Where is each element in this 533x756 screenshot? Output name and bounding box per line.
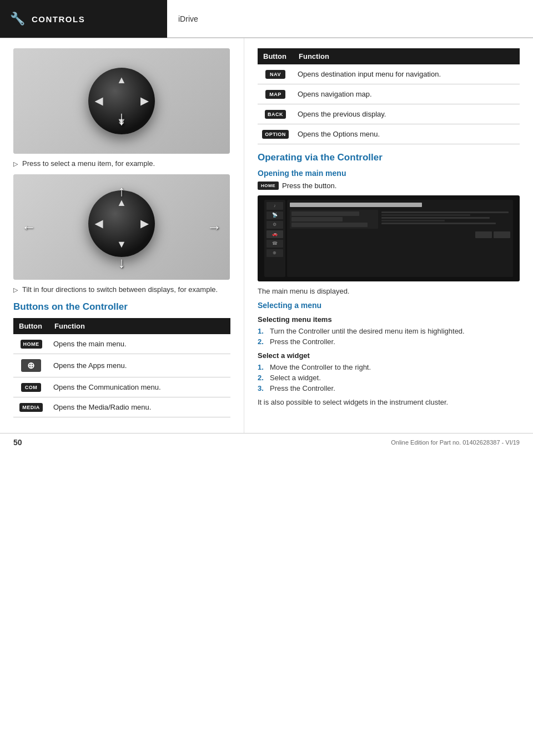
right-btn-cell-2: BACK — [258, 104, 293, 124]
left-table-row: ⊕Opens the Apps menu. — [13, 354, 230, 377]
home-badge-inline: HOME — [258, 182, 279, 190]
left-func-cell-1: Opens the Apps menu. — [49, 354, 230, 377]
right-table-row: BACKOpens the previous display. — [258, 104, 520, 124]
press-text: Press the button. — [282, 182, 336, 190]
right-table-row: OPTIONOpens the Options menu. — [258, 124, 520, 144]
selecting-heading: Selecting a menu — [258, 301, 520, 310]
press-line: HOME Press the button. — [258, 182, 520, 190]
left-col2-header: Function — [49, 318, 230, 334]
step-text-2: Press the Controller. — [270, 337, 335, 346]
footer-text: Online Edition for Part no. 01402628387 … — [391, 439, 520, 446]
main-content: ▲ ▼ ◀ ▶ ↓ ▷ Press to select a menu item,… — [0, 38, 533, 433]
left-func-cell-3: Opens the Media/Radio menu. — [49, 397, 230, 417]
right-func-cell-0: Opens destination input menu for navigat… — [293, 64, 520, 84]
main-menu-caption: The main menu is displayed. — [258, 287, 520, 295]
screen-row-4 — [291, 223, 368, 227]
controller-image-1: ▲ ▼ ◀ ▶ ↓ — [13, 48, 230, 154]
right-btn-badge-0: NAV — [265, 70, 285, 79]
selecting-items-heading: Selecting menu items — [258, 315, 520, 324]
screen-row-2 — [291, 211, 359, 216]
operating-heading: Operating via the Controller — [258, 152, 520, 163]
widget-num-2: 2. — [258, 374, 265, 382]
page-number: 50 — [13, 438, 22, 447]
right-button-table: Button Function NAVOpens destination inp… — [258, 48, 520, 144]
arrow-down-ext: ↓ — [118, 254, 125, 271]
screen-btn-2 — [494, 231, 510, 238]
sidebar-item-5: ☎ — [266, 240, 283, 248]
left-btn-cell-0: HOME — [13, 334, 49, 354]
btn-badge-3: MEDIA — [19, 403, 43, 412]
caption-1: ▷ Press to select a menu item, for examp… — [13, 159, 230, 168]
widget-num-1: 1. — [258, 363, 265, 371]
btn-badge-0: HOME — [21, 340, 42, 349]
step-num-2: 2. — [258, 337, 265, 346]
selecting-step-2: 2.Press the Controller. — [258, 337, 520, 346]
header-subtitle: iDrive — [178, 14, 198, 23]
right-func-cell-3: Opens the Options menu. — [293, 124, 520, 144]
left-func-cell-0: Opens the main menu. — [49, 334, 230, 354]
right-table-header: Button Function — [258, 48, 520, 64]
controller-knob-2: ▲ ▼ ◀ ▶ — [88, 190, 155, 257]
right-btn-cell-3: OPTION — [258, 124, 293, 144]
left-btn-cell-1: ⊕ — [13, 354, 49, 377]
header-right: iDrive — [167, 0, 533, 38]
arrow-right-ext: → — [207, 219, 222, 236]
step-text-1: Turn the Controller until the desired me… — [270, 327, 465, 335]
footer: 50 Online Edition for Part no. 014026283… — [0, 433, 533, 451]
right-btn-badge-1: MAP — [265, 90, 285, 99]
screen-btn-1 — [475, 231, 492, 238]
controller-image-2: ▲ ▼ ◀ ▶ ↑ ↓ ← → — [13, 174, 230, 280]
screen-inner: ♪ 📡 ⚙ 🚗 ☎ ⊕ — [264, 200, 513, 278]
left-table-header: Button Function — [13, 318, 230, 334]
sidebar-item-2: 📡 — [266, 211, 283, 219]
right-func-cell-1: Opens navigation map. — [293, 84, 520, 104]
right-col2-header: Function — [293, 48, 520, 64]
left-button-table: Button Function HOMEOpens the main menu.… — [13, 318, 230, 417]
widget-num-3: 3. — [258, 384, 265, 392]
right-btn-badge-2: BACK — [265, 110, 286, 119]
header-title: CONTROLS — [32, 14, 85, 24]
caption-2: ▷ Tilt in four directions to switch betw… — [13, 285, 230, 294]
right-col1-header: Button — [258, 48, 293, 64]
header: 🔧 CONTROLS iDrive — [0, 0, 533, 38]
left-func-cell-2: Opens the Communication menu. — [49, 377, 230, 397]
sidebar-item-4: 🚗 — [266, 230, 283, 238]
controls-icon: 🔧 — [10, 12, 25, 26]
left-table-row: MEDIAOpens the Media/Radio menu. — [13, 397, 230, 417]
widget-steps-list: 1.Move the Controller to the right.2.Sel… — [258, 363, 520, 392]
select-widget-heading: Select a widget — [258, 351, 520, 360]
map-line-4 — [381, 220, 445, 221]
right-btn-cell-0: NAV — [258, 64, 293, 84]
screen-sidebar: ♪ 📡 ⚙ 🚗 ☎ ⊕ — [264, 200, 285, 278]
bullet-icon-1: ▷ — [13, 160, 18, 168]
left-table-row: COMOpens the Communication menu. — [13, 377, 230, 397]
header-left: 🔧 CONTROLS — [0, 0, 167, 38]
widget-step-3: 3.Press the Controller. — [258, 384, 520, 392]
opening-heading: Opening the main menu — [258, 169, 520, 178]
arrow-up-ext: ↑ — [118, 183, 125, 200]
selecting-step-1: 1.Turn the Controller until the desired … — [258, 327, 520, 335]
bullet-icon-2: ▷ — [13, 286, 18, 294]
right-table-row: NAVOpens destination input menu for navi… — [258, 64, 520, 84]
widget-text-1: Move the Controller to the right. — [270, 363, 371, 371]
left-col1-header: Button — [13, 318, 49, 334]
screen-row-3 — [291, 217, 343, 221]
widget-step-2: 2.Select a widget. — [258, 374, 520, 382]
screen-content — [287, 200, 513, 278]
left-btn-cell-3: MEDIA — [13, 397, 49, 417]
btn-badge-2: COM — [21, 383, 41, 392]
widget-text-2: Select a widget. — [270, 374, 321, 382]
widget-step-1: 1.Move the Controller to the right. — [258, 363, 520, 371]
map-line-2 — [381, 214, 471, 216]
screen-row-1 — [290, 203, 422, 207]
right-column: Button Function NAVOpens destination inp… — [244, 38, 533, 433]
widget-text-3: Press the Controller. — [270, 384, 335, 392]
step-num-1: 1. — [258, 327, 265, 335]
map-line-5 — [381, 223, 496, 224]
map-line-3 — [381, 217, 490, 219]
right-btn-cell-1: MAP — [258, 84, 293, 104]
map-line-1 — [381, 211, 509, 213]
left-btn-cell-2: COM — [13, 377, 49, 397]
sidebar-item-3: ⚙ — [266, 221, 283, 229]
left-column: ▲ ▼ ◀ ▶ ↓ ▷ Press to select a menu item,… — [0, 38, 244, 433]
